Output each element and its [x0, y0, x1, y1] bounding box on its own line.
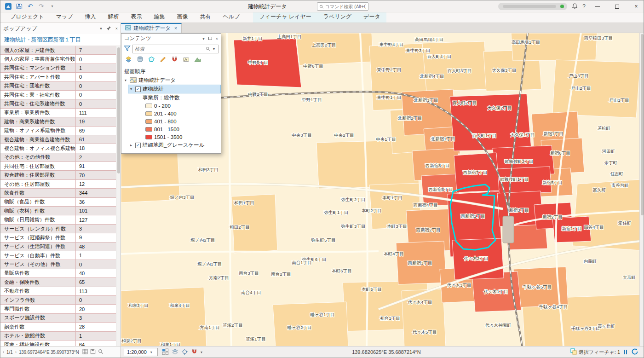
contents-search-box[interactable]: ▾: [132, 45, 218, 53]
window-minimize-button[interactable]: [590, 0, 605, 12]
popup-row: 共同住宅：マンション件数1: [0, 64, 116, 73]
layers-icon[interactable]: [172, 348, 178, 356]
district-region[interactable]: [273, 302, 348, 346]
layer-tree: ▾ 建物統計データ ▾ ✓ 建物統計 事業所：総件数: [121, 76, 221, 153]
popup-row-label: その他：住居部屋数: [0, 180, 75, 188]
snapping-magnet-icon[interactable]: [191, 348, 198, 356]
filter-funnel-icon[interactable]: [124, 45, 131, 53]
popup-feature-title[interactable]: 建物統計 - 新宿区西新宿１丁目: [0, 34, 121, 46]
layer-checkbox[interactable]: ✓: [135, 87, 141, 92]
district-region[interactable]: [121, 287, 207, 346]
list-by-selection-icon[interactable]: [148, 56, 155, 65]
popup-coordinates: 139.6972464°E 35.6907373°N: [19, 350, 79, 355]
scale-dropdown-icon[interactable]: ▾: [150, 350, 152, 354]
popup-prev-icon[interactable]: ‹: [3, 350, 4, 354]
tree-item-basemap[interactable]: ▸ ✓ 詳細地図_グレースケール: [128, 141, 221, 150]
contents-menu-chevron-icon[interactable]: ▾: [202, 36, 205, 41]
popup-next-icon[interactable]: ›: [15, 350, 17, 354]
search-dropdown-icon[interactable]: ▾: [212, 47, 216, 51]
district-region[interactable]: [552, 60, 640, 118]
district-label: 東中野4丁目: [380, 42, 404, 47]
list-by-editing-icon[interactable]: [159, 56, 167, 65]
list-by-perspective-icon[interactable]: [194, 56, 201, 65]
help-button[interactable]: ?: [582, 3, 586, 10]
map-scrollbar-thumb[interactable]: [641, 34, 644, 215]
map-scrollbar[interactable]: [639, 33, 644, 346]
command-search[interactable]: [317, 2, 368, 11]
basemap-checkbox[interactable]: ✓: [135, 143, 141, 148]
pin-icon[interactable]: [106, 26, 111, 32]
tree-item-layer[interactable]: ▾ ✓ 建物統計: [128, 85, 221, 93]
save-button[interactable]: [15, 2, 23, 10]
window-maximize-button[interactable]: [610, 0, 624, 12]
ribbon-tab[interactable]: 編集: [148, 12, 171, 23]
map-view[interactable]: 新井1丁目上高田1丁目上高田2丁目東中野4丁目東中野3丁目高田馬場4丁目高田馬場…: [121, 33, 644, 346]
popup-row: 共同住宅：住居部屋数91: [0, 162, 116, 171]
undo-button[interactable]: ↶: [26, 2, 34, 10]
popup-row: 物販（日用雑貨）件数127: [0, 215, 116, 224]
ribbon-tab[interactable]: 解析: [102, 12, 125, 23]
popup-row: サービス（冠婚葬祭）件数9: [0, 233, 116, 242]
crosshair-icon[interactable]: [181, 348, 188, 356]
popup-zoom-icon[interactable]: [98, 349, 104, 355]
contents-close-icon[interactable]: ×: [216, 36, 218, 41]
legend-item: 401 - 800: [121, 117, 221, 125]
map-node-label: 建物統計データ: [138, 77, 176, 84]
popup-close-icon[interactable]: ×: [115, 26, 118, 31]
district-label: 余丁町: [604, 160, 618, 165]
ribbon-tab[interactable]: データ: [357, 12, 386, 23]
expand-icon[interactable]: ▾: [123, 78, 128, 82]
status-tools-dropdown-icon[interactable]: ▾: [201, 350, 202, 354]
list-by-drawing-order-icon[interactable]: [125, 56, 132, 65]
popup-scrollbar[interactable]: [116, 46, 121, 346]
ribbon-tab[interactable]: 表示: [125, 12, 148, 23]
contents-search-input[interactable]: [135, 46, 204, 52]
ribbon-tab[interactable]: ラベリング: [317, 12, 357, 23]
list-by-data-source-icon[interactable]: [136, 56, 144, 65]
ribbon-tab[interactable]: マップ: [50, 12, 79, 23]
popup-menu-chevron-icon[interactable]: ▾: [100, 26, 102, 31]
scale-selector[interactable]: 1:20,000 ▾: [124, 348, 158, 356]
selection-grid-icon[interactable]: [162, 348, 169, 356]
ribbon-tab[interactable]: 挿入: [79, 12, 102, 23]
list-by-snapping-icon[interactable]: [171, 56, 178, 65]
command-search-input[interactable]: [325, 4, 366, 9]
map-tab-close-icon[interactable]: ×: [174, 26, 177, 31]
popup-row-label: サービス（その他）件数: [0, 260, 75, 268]
window-close-button[interactable]: ×: [629, 0, 644, 12]
district-label: 市谷台町: [611, 183, 629, 188]
expand-icon[interactable]: ▾: [129, 87, 133, 91]
district-label: 弥生町3丁目: [341, 224, 366, 229]
quick-access-customize-button[interactable]: ▾: [48, 2, 56, 10]
collapse-icon[interactable]: ▸: [129, 143, 133, 147]
district-label: 大久保3丁目: [492, 68, 517, 73]
ribbon-tab[interactable]: 共有: [194, 12, 217, 23]
refresh-icon[interactable]: [631, 348, 638, 356]
notifications-bell-icon[interactable]: [572, 3, 578, 11]
redo-button[interactable]: ↷: [37, 2, 45, 10]
ribbon-tab[interactable]: ヘルプ: [217, 12, 246, 23]
district-label: 愛住町: [618, 220, 632, 225]
district-label: 中野6丁目: [303, 64, 323, 69]
ribbon-tab[interactable]: フィーチャ レイヤー: [253, 12, 317, 23]
popup-scrollbar-thumb[interactable]: [117, 47, 120, 173]
contents-float-icon[interactable]: [208, 37, 212, 40]
selected-features[interactable]: 選択フィーチャ: 1: [570, 348, 620, 356]
popup-row: その他：その他件数2: [0, 153, 116, 162]
district-label: 南台2丁目: [271, 271, 291, 277]
ribbon-tab[interactable]: 画像: [171, 12, 194, 23]
tree-item-map[interactable]: ▾ 建物統計データ: [121, 76, 221, 85]
selected-features-label: 選択フィーチャ: 1: [579, 349, 620, 356]
popup-table-icon[interactable]: [82, 349, 88, 355]
district-label: 幡ヶ谷2丁目: [287, 325, 311, 330]
ribbon-tab[interactable]: プロジェクト: [4, 12, 50, 23]
district-label: 西新宿3丁目: [408, 260, 432, 266]
list-by-labeling-icon[interactable]: [182, 56, 190, 65]
popup-attribute-table[interactable]: 個人の家屋：戸建件数7個人の家屋：事業所兼住宅件数0共同住宅：マンション件数1共…: [0, 46, 121, 346]
pause-drawing-icon[interactable]: [624, 350, 627, 354]
popup-save-icon[interactable]: [90, 349, 96, 355]
popup-row-value: 101: [75, 207, 116, 215]
account-badge[interactable]: [498, 3, 567, 10]
district-region[interactable]: [422, 41, 487, 91]
map-view-tab[interactable]: 建物統計データ ×: [121, 23, 182, 33]
